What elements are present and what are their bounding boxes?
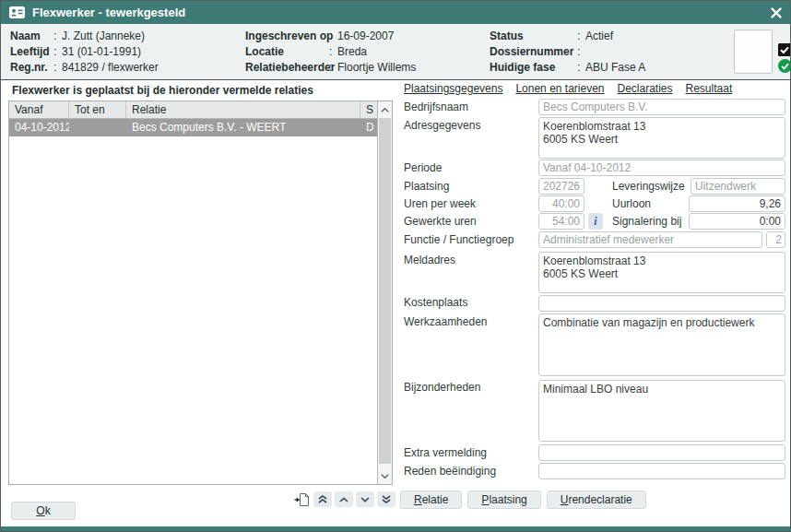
kostenplaats-label: Kostenplaats: [404, 296, 467, 309]
uren-per-week-label: Uren per week: [404, 197, 476, 210]
right-panel-footer: Relatie Plaatsing Urendeclaratie: [400, 491, 646, 509]
table-header[interactable]: Vanaf Tot en met Relatie S: [9, 101, 392, 119]
summary-column-1: Naam:J. Zutt (Janneke) Leeftijd:31 (01-0…: [10, 29, 159, 76]
scroll-down-arrow-icon[interactable]: [378, 468, 392, 483]
uurloon-input[interactable]: [689, 195, 785, 212]
field-value: Actief: [585, 29, 613, 44]
summary-field: Ingeschreven op:16-09-2007: [245, 29, 416, 44]
column-header-tot-en-met[interactable]: Tot en met: [69, 101, 126, 118]
table-row-selected[interactable]: 04-10-2012 Becs Computers B.V. - WEERT D: [9, 119, 392, 136]
ok-button[interactable]: Ok: [11, 502, 76, 520]
urendeclaratie-button-label: Urendeclaratie: [561, 493, 632, 506]
plaatsing-label: Plaatsing: [404, 180, 449, 193]
extra-vermelding-input[interactable]: [538, 444, 785, 461]
colon: :: [53, 60, 62, 76]
table-scrollbar[interactable]: [377, 101, 392, 484]
field-value: ABU Fase A: [585, 60, 645, 76]
adresgegevens-label: Adresgegevens: [404, 119, 480, 132]
column-header-vanaf[interactable]: Vanaf: [9, 101, 69, 118]
bottom-accent-bar: [1, 526, 790, 531]
scroll-down-icon[interactable]: [356, 491, 374, 507]
relaties-table[interactable]: Vanaf Tot en met Relatie S 04-10-2012 Be…: [8, 100, 393, 485]
green-check-icon: [778, 59, 791, 73]
relatie-button-label: Relatie: [414, 493, 448, 506]
colon: :: [577, 29, 585, 44]
field-value: 16-09-2007: [337, 29, 394, 44]
ok-button-label: Ok: [36, 504, 50, 517]
meldadres-textarea[interactable]: Koerenblomstraat 13 6005 KS Weert: [538, 252, 785, 293]
functie-functiegroep-label: Functie / Functiegroep: [404, 233, 514, 246]
plaatsing-input[interactable]: [538, 178, 584, 195]
tab-plaatsingsgegevens[interactable]: Plaatsingsgegevens: [404, 82, 502, 95]
summary-field: Leeftijd:31 (01-01-1991): [10, 44, 159, 60]
bedrijfsnaam-input[interactable]: [538, 99, 785, 115]
summary-field: Reg.nr.:841829 / flexwerker: [10, 60, 159, 76]
extra-vermelding-label: Extra vermelding: [404, 446, 487, 459]
field-label: Dossiernummer: [490, 44, 577, 60]
field-label: Ingeschreven op: [245, 29, 329, 44]
summary-field: Huidige fase:ABU Fase A: [490, 60, 645, 76]
periode-input[interactable]: [538, 160, 785, 176]
field-value: Breda: [337, 44, 367, 60]
new-record-icon[interactable]: [292, 491, 311, 507]
cell-s: D: [360, 119, 378, 136]
close-icon[interactable]: [771, 7, 782, 18]
scroll-top-icon[interactable]: [313, 491, 332, 507]
bedrijfsnaam-label: Bedrijfsnaam: [404, 100, 468, 113]
relatie-button[interactable]: Relatie: [400, 491, 462, 509]
person-summary-header: Naam:J. Zutt (Janneke) Leeftijd:31 (01-0…: [1, 24, 790, 80]
field-label: Naam: [10, 29, 53, 44]
colon: :: [329, 44, 337, 60]
colon: :: [53, 29, 62, 44]
field-label: Reg.nr.: [10, 60, 53, 76]
summary-column-2: Ingeschreven op:16-09-2007 Locatie:Breda…: [245, 29, 416, 76]
plaatsing-button[interactable]: Plaatsing: [467, 491, 540, 509]
colon: :: [577, 44, 585, 60]
colon: :: [577, 60, 585, 76]
bijzonderheden-textarea[interactable]: Minimaal LBO niveau: [538, 380, 785, 442]
tab-resultaat[interactable]: Resultaat: [686, 82, 733, 95]
field-label: Relatiebeheerder: [245, 60, 329, 76]
scroll-bottom-icon[interactable]: [377, 491, 396, 507]
id-card-icon: [9, 6, 25, 18]
field-value: Floortje Willems: [337, 60, 416, 76]
scrollbar-thumb[interactable]: [379, 118, 391, 464]
werkzaamheden-textarea[interactable]: Combinatie van magazijn en productiewerk: [538, 313, 785, 376]
tab-declaraties[interactable]: Declaraties: [618, 82, 673, 95]
functiegroep-input[interactable]: [766, 231, 785, 248]
flexwerker-window: Flexwerker - tewerkgesteld Naam:J. Zutt …: [0, 0, 791, 532]
signalering-bij-input[interactable]: [689, 213, 785, 230]
field-label: Locatie: [245, 44, 329, 60]
colon: :: [329, 29, 337, 44]
adresgegevens-textarea[interactable]: Koerenblomstraat 13 6005 KS Weert: [538, 117, 785, 159]
kostenplaats-input[interactable]: [538, 295, 785, 312]
info-icon[interactable]: i: [588, 213, 603, 230]
summary-field: Dossiernummer:: [490, 44, 645, 60]
checkbox-checked-icon[interactable]: [778, 43, 791, 56]
reden-beeindiging-label: Reden beëindiging: [404, 465, 496, 478]
leveringswijze-label: Leveringswijze: [612, 180, 685, 193]
right-panel-tabs: Plaatsingsgegevens Lonen en tarieven Dec…: [404, 82, 732, 95]
werkzaamheden-label: Werkzaamheden: [404, 315, 488, 328]
scroll-up-arrow-icon[interactable]: [378, 102, 392, 117]
summary-column-3: Status:Actief Dossiernummer: Huidige fas…: [490, 29, 645, 76]
functie-input[interactable]: [538, 231, 762, 248]
cell-tot-en-met: [69, 119, 126, 136]
leveringswijze-input[interactable]: [691, 178, 785, 195]
reden-beeindiging-input[interactable]: [538, 463, 785, 479]
uren-per-week-input[interactable]: [538, 195, 584, 212]
field-label: Leeftijd: [10, 44, 53, 60]
uurloon-label: Uurloon: [612, 197, 651, 210]
column-header-s[interactable]: S: [360, 101, 378, 118]
tab-lonen-en-tarieven[interactable]: Lonen en tarieven: [515, 82, 604, 95]
titlebar: Flexwerker - tewerkgesteld: [1, 1, 790, 24]
bijzonderheden-label: Bijzonderheden: [404, 381, 480, 394]
scroll-up-icon[interactable]: [335, 491, 353, 507]
urendeclaratie-button[interactable]: Urendeclaratie: [547, 491, 646, 509]
column-header-relatie[interactable]: Relatie: [126, 101, 360, 118]
periode-label: Periode: [404, 161, 442, 174]
colon: :: [53, 44, 62, 60]
signalering-bij-label: Signalering bij: [612, 215, 681, 228]
gewerkte-uren-input[interactable]: [538, 213, 584, 230]
summary-field: Locatie:Breda: [245, 44, 416, 60]
